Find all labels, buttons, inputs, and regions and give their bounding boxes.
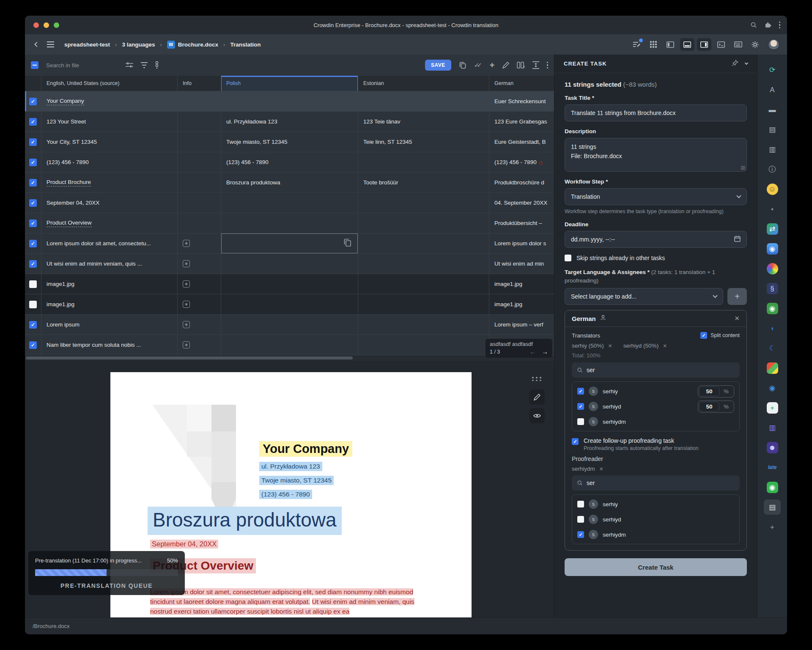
source-cell[interactable]: Nam liber tempor cum soluta nobis ... (41, 335, 178, 355)
row-checkbox[interactable] (29, 280, 37, 288)
health-card-app-icon[interactable]: + (764, 402, 781, 414)
german-cell[interactable]: Lorem ipsum dolor s⌂ (489, 233, 554, 253)
color-wheel-icon[interactable] (764, 263, 781, 274)
description-textarea[interactable]: 11 strings File: Brochure.docx (565, 138, 747, 172)
row-checkbox[interactable] (29, 98, 37, 105)
preview-eye-button[interactable] (529, 408, 545, 423)
estonian-cell[interactable] (358, 91, 489, 111)
deadline-input[interactable]: dd.mm.yyyy, --:-- (565, 231, 747, 248)
table-row[interactable]: image1.jpg ∗ image1.jpg⌂ (25, 274, 554, 294)
approve-all-icon[interactable]: ✓✓ (474, 61, 482, 69)
source-cell[interactable]: Ut wisi enim ad minim veniam, quis ... (41, 254, 178, 274)
assignee-checkbox[interactable] (577, 501, 584, 507)
source-cell[interactable]: Your Company (41, 91, 178, 111)
glossary-book-icon[interactable]: ▥ (764, 143, 781, 155)
qa-check-app-icon[interactable]: ◉ (764, 302, 781, 314)
edit-pencil-icon[interactable] (502, 62, 509, 69)
assignee-option[interactable]: s serhiydm (577, 414, 734, 429)
context-card-icon[interactable]: ▤ (764, 123, 781, 135)
source-cell[interactable]: Your City, ST 12345 (41, 132, 178, 152)
polish-cell[interactable]: Twoje miasto, ST 12345 (221, 132, 358, 152)
polish-cell[interactable] (221, 294, 358, 314)
polish-cell[interactable] (221, 213, 358, 233)
browser-menu-icon[interactable] (779, 22, 781, 29)
zoom-window-button[interactable] (54, 22, 59, 28)
estonian-cell[interactable] (358, 152, 489, 172)
table-row[interactable]: Ut wisi enim ad minim veniam, quis ... ∗… (25, 254, 554, 274)
user-avatar[interactable] (768, 39, 779, 50)
split-columns-icon[interactable] (517, 62, 525, 69)
header-polish[interactable]: Polish (221, 76, 358, 91)
task-title-input[interactable]: Translate 11 strings from Brochure.docx (565, 104, 747, 121)
language-select[interactable]: Select language to add... (565, 288, 723, 305)
percent-input[interactable]: 50% (698, 400, 734, 413)
popup-next-icon[interactable]: → (542, 348, 548, 355)
preview-edit-button[interactable] (529, 389, 545, 405)
assignee-option[interactable]: s serhiydm (577, 527, 734, 542)
polish-cell[interactable]: Broszura produktowa (221, 173, 358, 192)
assignee-checkbox[interactable] (577, 516, 584, 523)
preview-eye-app-icon[interactable]: ◉ (764, 243, 781, 255)
popup-prev-icon[interactable]: ← (529, 348, 536, 355)
face-app-icon[interactable]: ☻ (764, 442, 781, 453)
context-info-icon[interactable]: ∗ (183, 260, 190, 267)
assignee-checkbox[interactable] (577, 388, 584, 395)
smiley-app-icon[interactable]: ☺ (764, 183, 781, 195)
drag-handle-icon[interactable] (532, 377, 542, 381)
horizontal-scrollbar[interactable] (25, 355, 554, 361)
cube-app-icon[interactable] (764, 362, 781, 374)
table-row[interactable]: 123 Your Street ∗ ul. Przykładowa 123 12… (25, 112, 554, 132)
source-cell[interactable]: Lorem ipsum dolor sit amet, consectetu..… (41, 233, 178, 253)
context-info-icon[interactable]: ∗ (183, 280, 190, 288)
translator-app-icon[interactable]: ⇄ (764, 223, 781, 235)
scrollbar-thumb[interactable] (26, 357, 353, 359)
row-checkbox[interactable] (29, 118, 37, 126)
table-row[interactable]: Product Overview ∗ Produktübersicht – ⌂ (25, 213, 554, 233)
estonian-cell[interactable] (358, 335, 489, 355)
table-row[interactable]: (123) 456 - 7890 ∗ (123) 456 - 7890 (123… (25, 152, 554, 173)
tasks-panel-icon[interactable]: ▤ (764, 501, 781, 513)
source-cell[interactable]: Product Overview (41, 213, 178, 233)
workflow-step-select[interactable]: Translation (565, 188, 747, 205)
estonian-cell[interactable]: 123 Teie tänav (358, 112, 489, 132)
table-row[interactable]: Lorem ipsum dolor sit amet, consectetu..… (25, 233, 554, 254)
german-cell[interactable]: (123) 456 - 7890⌂ (489, 152, 554, 172)
polish-cell[interactable] (221, 91, 358, 111)
row-checkbox[interactable] (29, 260, 37, 268)
search-icon[interactable] (750, 22, 757, 28)
assignee-option[interactable]: s serhiy (577, 496, 734, 512)
remove-tag-icon[interactable]: ✕ (608, 343, 612, 349)
breadcrumb-languages[interactable]: 3 languages (122, 41, 155, 48)
polish-cell[interactable]: ul. Przykładowa 123 (221, 112, 358, 132)
breadcrumb-mode[interactable]: Translation (230, 41, 261, 48)
bottom-panel-layout-icon[interactable] (680, 38, 694, 51)
polish-cell[interactable] (221, 315, 358, 335)
polish-cell[interactable] (221, 274, 358, 294)
german-cell[interactable]: Produktbroschüre d⌂ (489, 173, 554, 192)
assignee-option[interactable]: s serhiyd (577, 512, 734, 527)
assignee-option[interactable]: s serhiy 50% (577, 384, 734, 399)
row-checkbox[interactable] (29, 341, 37, 349)
file-info-icon[interactable]: ⓘ (764, 163, 781, 175)
search-input[interactable]: Search in file (46, 62, 118, 69)
german-cell[interactable]: 04. September 20XX⌂ (489, 193, 554, 213)
row-checkbox[interactable] (29, 138, 37, 146)
assignee-checkbox[interactable] (577, 531, 584, 538)
add-panel-icon[interactable]: + (764, 521, 781, 533)
polish-cell[interactable]: (123) 456 - 7890 (221, 152, 358, 172)
whale-app-icon[interactable]: ☾ (764, 342, 781, 354)
calendar-icon[interactable] (734, 236, 741, 243)
header-estonian[interactable]: Estonian (358, 76, 489, 91)
close-window-button[interactable] (33, 22, 39, 28)
estonian-cell[interactable]: Toote brošüür (358, 173, 489, 192)
create-task-button[interactable]: Create Task (565, 558, 747, 576)
back-icon[interactable] (33, 41, 40, 48)
copy-source-icon[interactable] (459, 61, 466, 69)
source-cell[interactable]: (123) 456 - 7890 (41, 152, 178, 172)
context-info-icon[interactable]: ∗ (183, 240, 190, 247)
left-panel-layout-icon[interactable] (663, 38, 678, 51)
german-cell[interactable]: image1.jpg⌂ (489, 294, 554, 314)
table-row[interactable]: Your Company ∗ Euer Schreckensunt⌂ (25, 91, 554, 112)
header-source[interactable]: English, United States (source) (41, 76, 178, 91)
grid-view-icon[interactable] (646, 38, 661, 51)
